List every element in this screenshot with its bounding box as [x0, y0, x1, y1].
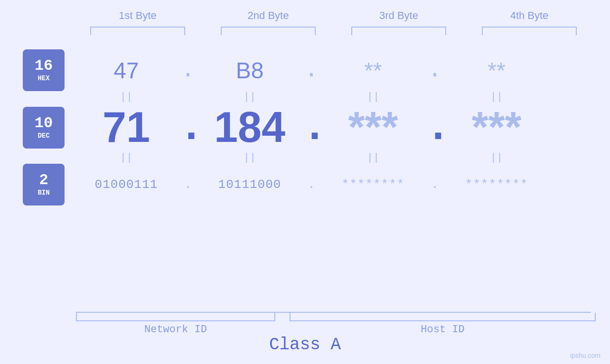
bin-badge: 2 BIN	[23, 164, 65, 205]
hex-row: 16 HEX 47 . B8 . ** . **	[0, 49, 610, 91]
eq-1-b3: ||	[321, 91, 425, 103]
bin-row: 2 BIN 01000111 . 10111000 . ******** .	[0, 164, 610, 205]
dec-byte-2: 184	[197, 103, 302, 152]
hex-val-3: **	[364, 57, 382, 84]
host-id-label: Host ID	[290, 324, 596, 336]
hex-sep-1: .	[178, 57, 197, 83]
dec-byte-1: 71	[74, 103, 178, 152]
eq-2-b2: ||	[197, 152, 302, 164]
hex-base-label: HEX	[38, 75, 49, 82]
hex-badge: 16 HEX	[23, 49, 65, 91]
hex-byte-1: 47	[74, 57, 178, 84]
hex-base-number: 16	[35, 58, 53, 74]
dec-val-2: 184	[214, 103, 285, 152]
hex-byte-2: B8	[197, 57, 302, 84]
equals-values-1: || || || ||	[65, 91, 610, 103]
bin-byte-1: 01000111	[74, 177, 178, 192]
eq-2-b4: ||	[444, 152, 549, 164]
hex-val-2: B8	[236, 57, 264, 84]
equals-row-1: || || || ||	[0, 91, 610, 103]
eq-2-b3: ||	[321, 152, 425, 164]
hex-sep-3: .	[425, 57, 444, 83]
equals-values-2: || || || ||	[65, 152, 610, 164]
dec-val-4: ***	[471, 103, 521, 152]
bin-sep-1: .	[178, 177, 197, 192]
bottom-labels: Network ID Host ID	[76, 324, 596, 336]
bin-val-2: 10111000	[218, 177, 282, 192]
bracket-3	[351, 27, 446, 35]
bottom-area: Network ID Host ID	[76, 313, 591, 336]
bin-base-number: 2	[39, 173, 48, 188]
dec-row: 10 DEC 71 . 184 . *** . ***	[0, 103, 610, 152]
hex-byte-3: **	[321, 57, 425, 84]
eq-1-b4: ||	[444, 91, 549, 103]
main-container: 1st Byte 2nd Byte 3rd Byte 4th Byte 16 H…	[0, 0, 610, 364]
hex-sep-2: .	[302, 57, 321, 83]
bin-val-4: ********	[465, 177, 528, 192]
dec-values: 71 . 184 . *** . ***	[65, 103, 610, 152]
bracket-1	[90, 27, 185, 35]
byte-header-2: 2nd Byte	[216, 9, 320, 22]
dec-val-3: ***	[348, 103, 398, 152]
hex-byte-4: **	[444, 57, 549, 84]
hex-val-4: **	[488, 57, 505, 84]
dec-sep-1: .	[178, 103, 197, 152]
bin-sep-2: .	[302, 177, 321, 192]
bottom-brackets	[76, 313, 596, 321]
dec-byte-3: ***	[321, 103, 425, 152]
byte-headers: 1st Byte 2nd Byte 3rd Byte 4th Byte	[73, 9, 595, 22]
network-id-label: Network ID	[76, 324, 275, 336]
bin-val-1: 01000111	[95, 177, 158, 192]
byte-header-4: 4th Byte	[477, 9, 582, 22]
eq-1-b2: ||	[197, 91, 302, 103]
dec-badge: 10 DEC	[23, 107, 65, 149]
byte-header-1: 1st Byte	[85, 9, 190, 22]
dec-sep-3: .	[425, 103, 444, 152]
bracket-4	[482, 27, 577, 35]
eq-2-b1: ||	[74, 152, 178, 164]
dec-base-label: DEC	[38, 132, 49, 140]
bin-base-label: BIN	[38, 189, 49, 196]
bin-values: 01000111 . 10111000 . ******** . *******…	[65, 177, 610, 192]
bottom-border	[76, 312, 591, 313]
dec-val-1: 71	[103, 103, 150, 152]
byte-header-3: 3rd Byte	[347, 9, 451, 22]
watermark: ipshu.com	[570, 352, 601, 359]
bin-sep-3: .	[425, 177, 444, 192]
hex-val-1: 47	[113, 57, 139, 84]
hex-values: 47 . B8 . ** . **	[65, 57, 610, 84]
host-bracket	[290, 313, 596, 321]
dec-byte-4: ***	[444, 103, 549, 152]
bracket-2	[221, 27, 316, 35]
bin-byte-2: 10111000	[197, 177, 302, 192]
network-bracket	[76, 313, 275, 321]
bin-val-3: ********	[342, 177, 405, 192]
dec-sep-2: .	[302, 103, 321, 152]
bin-byte-4: ********	[444, 177, 549, 192]
dec-base-number: 10	[35, 116, 53, 131]
equals-row-2: || || || ||	[0, 152, 610, 164]
eq-1-b1: ||	[74, 91, 178, 103]
bin-byte-3: ********	[321, 177, 425, 192]
top-brackets	[73, 27, 595, 35]
class-label: Class A	[0, 335, 610, 355]
